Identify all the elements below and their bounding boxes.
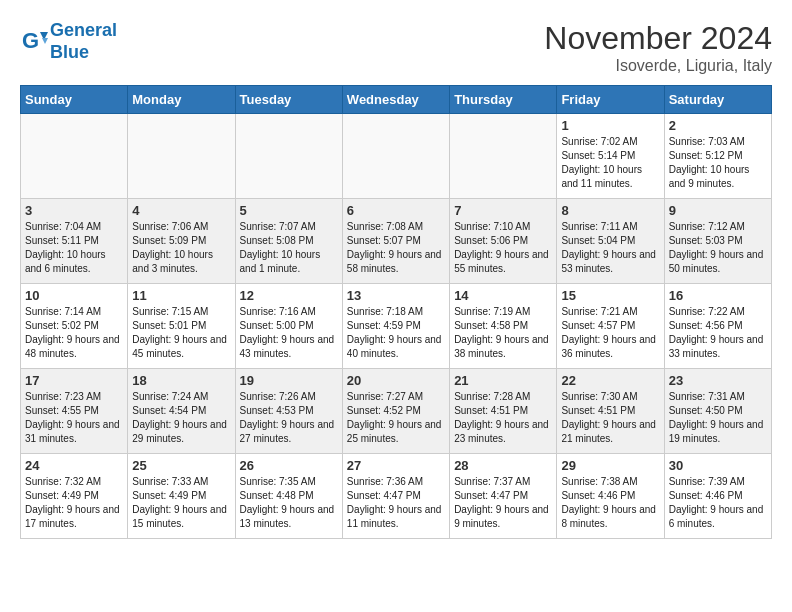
day-number: 9: [669, 203, 767, 218]
day-info: Sunrise: 7:18 AM Sunset: 4:59 PM Dayligh…: [347, 305, 445, 361]
calendar-cell: 1Sunrise: 7:02 AM Sunset: 5:14 PM Daylig…: [557, 114, 664, 199]
calendar-week-1: 1Sunrise: 7:02 AM Sunset: 5:14 PM Daylig…: [21, 114, 772, 199]
day-info: Sunrise: 7:24 AM Sunset: 4:54 PM Dayligh…: [132, 390, 230, 446]
calendar-week-3: 10Sunrise: 7:14 AM Sunset: 5:02 PM Dayli…: [21, 284, 772, 369]
col-header-tuesday: Tuesday: [235, 86, 342, 114]
svg-marker-2: [42, 38, 48, 44]
svg-text:G: G: [22, 28, 39, 53]
calendar-table: SundayMondayTuesdayWednesdayThursdayFrid…: [20, 85, 772, 539]
day-number: 5: [240, 203, 338, 218]
calendar-cell: 19Sunrise: 7:26 AM Sunset: 4:53 PM Dayli…: [235, 369, 342, 454]
calendar-cell: 13Sunrise: 7:18 AM Sunset: 4:59 PM Dayli…: [342, 284, 449, 369]
calendar-cell: 7Sunrise: 7:10 AM Sunset: 5:06 PM Daylig…: [450, 199, 557, 284]
day-number: 3: [25, 203, 123, 218]
col-header-sunday: Sunday: [21, 86, 128, 114]
day-number: 15: [561, 288, 659, 303]
day-info: Sunrise: 7:19 AM Sunset: 4:58 PM Dayligh…: [454, 305, 552, 361]
day-number: 29: [561, 458, 659, 473]
day-number: 2: [669, 118, 767, 133]
calendar-cell: 26Sunrise: 7:35 AM Sunset: 4:48 PM Dayli…: [235, 454, 342, 539]
calendar-week-4: 17Sunrise: 7:23 AM Sunset: 4:55 PM Dayli…: [21, 369, 772, 454]
day-number: 19: [240, 373, 338, 388]
calendar-cell: 10Sunrise: 7:14 AM Sunset: 5:02 PM Dayli…: [21, 284, 128, 369]
day-number: 23: [669, 373, 767, 388]
day-info: Sunrise: 7:10 AM Sunset: 5:06 PM Dayligh…: [454, 220, 552, 276]
day-number: 22: [561, 373, 659, 388]
logo-line2: Blue: [50, 42, 89, 62]
day-number: 24: [25, 458, 123, 473]
calendar-cell: 3Sunrise: 7:04 AM Sunset: 5:11 PM Daylig…: [21, 199, 128, 284]
logo-line1: General: [50, 20, 117, 40]
day-info: Sunrise: 7:06 AM Sunset: 5:09 PM Dayligh…: [132, 220, 230, 276]
calendar-cell: 5Sunrise: 7:07 AM Sunset: 5:08 PM Daylig…: [235, 199, 342, 284]
day-info: Sunrise: 7:32 AM Sunset: 4:49 PM Dayligh…: [25, 475, 123, 531]
day-info: Sunrise: 7:38 AM Sunset: 4:46 PM Dayligh…: [561, 475, 659, 531]
calendar-cell: 24Sunrise: 7:32 AM Sunset: 4:49 PM Dayli…: [21, 454, 128, 539]
logo-icon: G: [20, 28, 48, 56]
day-info: Sunrise: 7:02 AM Sunset: 5:14 PM Dayligh…: [561, 135, 659, 191]
calendar-cell: 9Sunrise: 7:12 AM Sunset: 5:03 PM Daylig…: [664, 199, 771, 284]
calendar-cell: 11Sunrise: 7:15 AM Sunset: 5:01 PM Dayli…: [128, 284, 235, 369]
calendar-cell: [128, 114, 235, 199]
calendar-cell: 22Sunrise: 7:30 AM Sunset: 4:51 PM Dayli…: [557, 369, 664, 454]
calendar-cell: 27Sunrise: 7:36 AM Sunset: 4:47 PM Dayli…: [342, 454, 449, 539]
calendar-cell: 14Sunrise: 7:19 AM Sunset: 4:58 PM Dayli…: [450, 284, 557, 369]
day-number: 7: [454, 203, 552, 218]
day-number: 17: [25, 373, 123, 388]
calendar-cell: 6Sunrise: 7:08 AM Sunset: 5:07 PM Daylig…: [342, 199, 449, 284]
calendar-cell: [342, 114, 449, 199]
calendar-cell: 28Sunrise: 7:37 AM Sunset: 4:47 PM Dayli…: [450, 454, 557, 539]
calendar-cell: 23Sunrise: 7:31 AM Sunset: 4:50 PM Dayli…: [664, 369, 771, 454]
calendar-cell: 2Sunrise: 7:03 AM Sunset: 5:12 PM Daylig…: [664, 114, 771, 199]
calendar-cell: 25Sunrise: 7:33 AM Sunset: 4:49 PM Dayli…: [128, 454, 235, 539]
calendar-body: 1Sunrise: 7:02 AM Sunset: 5:14 PM Daylig…: [21, 114, 772, 539]
day-number: 20: [347, 373, 445, 388]
day-number: 4: [132, 203, 230, 218]
day-info: Sunrise: 7:22 AM Sunset: 4:56 PM Dayligh…: [669, 305, 767, 361]
day-info: Sunrise: 7:23 AM Sunset: 4:55 PM Dayligh…: [25, 390, 123, 446]
month-title: November 2024: [544, 20, 772, 57]
calendar-cell: 16Sunrise: 7:22 AM Sunset: 4:56 PM Dayli…: [664, 284, 771, 369]
calendar-week-2: 3Sunrise: 7:04 AM Sunset: 5:11 PM Daylig…: [21, 199, 772, 284]
day-number: 28: [454, 458, 552, 473]
day-info: Sunrise: 7:04 AM Sunset: 5:11 PM Dayligh…: [25, 220, 123, 276]
day-info: Sunrise: 7:15 AM Sunset: 5:01 PM Dayligh…: [132, 305, 230, 361]
calendar-header-row: SundayMondayTuesdayWednesdayThursdayFrid…: [21, 86, 772, 114]
calendar-cell: 20Sunrise: 7:27 AM Sunset: 4:52 PM Dayli…: [342, 369, 449, 454]
calendar-cell: 12Sunrise: 7:16 AM Sunset: 5:00 PM Dayli…: [235, 284, 342, 369]
day-info: Sunrise: 7:11 AM Sunset: 5:04 PM Dayligh…: [561, 220, 659, 276]
day-info: Sunrise: 7:28 AM Sunset: 4:51 PM Dayligh…: [454, 390, 552, 446]
calendar-cell: 8Sunrise: 7:11 AM Sunset: 5:04 PM Daylig…: [557, 199, 664, 284]
day-info: Sunrise: 7:12 AM Sunset: 5:03 PM Dayligh…: [669, 220, 767, 276]
day-info: Sunrise: 7:33 AM Sunset: 4:49 PM Dayligh…: [132, 475, 230, 531]
day-info: Sunrise: 7:07 AM Sunset: 5:08 PM Dayligh…: [240, 220, 338, 276]
col-header-wednesday: Wednesday: [342, 86, 449, 114]
calendar-cell: 18Sunrise: 7:24 AM Sunset: 4:54 PM Dayli…: [128, 369, 235, 454]
col-header-saturday: Saturday: [664, 86, 771, 114]
day-number: 30: [669, 458, 767, 473]
calendar-cell: 17Sunrise: 7:23 AM Sunset: 4:55 PM Dayli…: [21, 369, 128, 454]
calendar-week-5: 24Sunrise: 7:32 AM Sunset: 4:49 PM Dayli…: [21, 454, 772, 539]
page-header: G General Blue November 2024 Isoverde, L…: [20, 20, 772, 75]
day-info: Sunrise: 7:35 AM Sunset: 4:48 PM Dayligh…: [240, 475, 338, 531]
day-info: Sunrise: 7:14 AM Sunset: 5:02 PM Dayligh…: [25, 305, 123, 361]
day-number: 10: [25, 288, 123, 303]
location: Isoverde, Liguria, Italy: [544, 57, 772, 75]
day-info: Sunrise: 7:39 AM Sunset: 4:46 PM Dayligh…: [669, 475, 767, 531]
day-number: 26: [240, 458, 338, 473]
title-block: November 2024 Isoverde, Liguria, Italy: [544, 20, 772, 75]
day-info: Sunrise: 7:30 AM Sunset: 4:51 PM Dayligh…: [561, 390, 659, 446]
day-info: Sunrise: 7:27 AM Sunset: 4:52 PM Dayligh…: [347, 390, 445, 446]
calendar-cell: 21Sunrise: 7:28 AM Sunset: 4:51 PM Dayli…: [450, 369, 557, 454]
day-info: Sunrise: 7:26 AM Sunset: 4:53 PM Dayligh…: [240, 390, 338, 446]
calendar-cell: 4Sunrise: 7:06 AM Sunset: 5:09 PM Daylig…: [128, 199, 235, 284]
day-info: Sunrise: 7:08 AM Sunset: 5:07 PM Dayligh…: [347, 220, 445, 276]
day-number: 25: [132, 458, 230, 473]
calendar-cell: [235, 114, 342, 199]
day-info: Sunrise: 7:31 AM Sunset: 4:50 PM Dayligh…: [669, 390, 767, 446]
day-number: 8: [561, 203, 659, 218]
day-number: 12: [240, 288, 338, 303]
day-number: 11: [132, 288, 230, 303]
col-header-monday: Monday: [128, 86, 235, 114]
day-info: Sunrise: 7:36 AM Sunset: 4:47 PM Dayligh…: [347, 475, 445, 531]
